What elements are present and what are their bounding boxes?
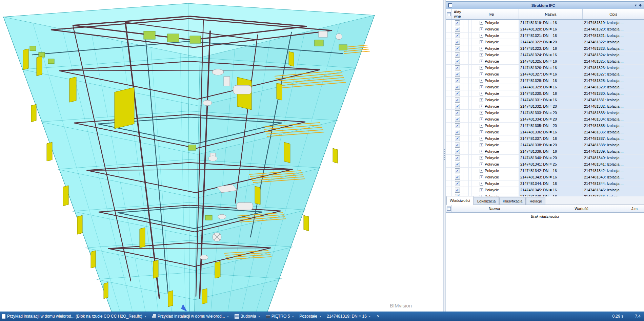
expand-icon[interactable]: + — [480, 111, 483, 115]
checkbox-checked-icon[interactable]: ✓ — [455, 143, 460, 148]
checkbox-checked-icon[interactable]: ✓ — [455, 168, 460, 173]
chevron-down-icon[interactable]: ▾ — [259, 315, 260, 318]
table-row[interactable]: ✓ + Pokrycie 2147481346: DN = 16 2147481… — [446, 193, 644, 196]
expand-icon[interactable]: + — [480, 21, 483, 25]
expand-icon[interactable]: + — [480, 27, 483, 31]
table-row[interactable]: ✓ + Pokrycie 2147481338: DN = 20 2147481… — [446, 142, 644, 148]
checkbox-checked-icon[interactable]: ✓ — [455, 65, 460, 70]
expand-icon[interactable]: + — [480, 60, 483, 63]
table-row[interactable]: ✓ + Pokrycie 2147481335: DN = 20 2147481… — [446, 123, 644, 129]
checkbox-checked-icon[interactable]: ✓ — [455, 162, 460, 167]
checkbox-checked-icon[interactable]: ✓ — [455, 104, 460, 109]
table-row[interactable]: ✓ + Pokrycie 2147481328: DN = 16 2147481… — [446, 78, 644, 84]
table-row[interactable]: ✓ + Pokrycie 2147481329: DN = 16 2147481… — [446, 84, 644, 90]
checkbox-checked-icon[interactable]: ✓ — [455, 130, 460, 135]
table-row[interactable]: ✓ + Pokrycie 2147481327: DN = 16 2147481… — [446, 71, 644, 78]
checkbox-checked-icon[interactable]: ✓ — [455, 52, 460, 58]
expand-icon[interactable]: + — [480, 175, 483, 179]
table-row[interactable]: ✓ + Pokrycie 2147481330: DN = 16 2147481… — [446, 90, 644, 97]
table-row[interactable]: ✓ + Pokrycie 2147481322: DN = 20 2147481… — [446, 39, 644, 45]
table-row[interactable]: ✓ + Pokrycie 2147481331: DN = 16 2147481… — [446, 97, 644, 103]
chevron-down-icon[interactable]: ▾ — [292, 315, 294, 318]
expand-icon[interactable]: + — [480, 150, 483, 153]
table-row[interactable]: ✓ + Pokrycie 2147481320: DN = 16 2147481… — [446, 26, 644, 33]
column-header-typ[interactable]: Typ — [463, 9, 519, 19]
expand-icon[interactable]: + — [480, 117, 483, 121]
breadcrumb-item[interactable]: Przykład instalacji w domu wielorod... (… — [2, 314, 146, 319]
checkbox-checked-icon[interactable]: ✓ — [455, 149, 460, 154]
expand-icon[interactable]: + — [480, 85, 483, 89]
expand-icon[interactable]: + — [480, 182, 483, 186]
checkbox-checked-icon[interactable]: ✓ — [455, 59, 460, 64]
table-row[interactable]: ✓ + Pokrycie 2147481345: DN = 16 2147481… — [446, 187, 644, 193]
table-row[interactable]: ✓ + Pokrycie 2147481344: DN = 16 2147481… — [446, 180, 644, 187]
expand-icon[interactable]: + — [480, 143, 483, 147]
expand-icon[interactable]: + — [480, 34, 483, 38]
checkbox-checked-icon[interactable]: ✓ — [455, 123, 460, 128]
expand-icon[interactable]: + — [480, 92, 483, 95]
expand-icon[interactable]: + — [480, 130, 483, 134]
checkbox-checked-icon[interactable]: ✓ — [455, 91, 460, 96]
breadcrumb-item[interactable]: Przykład instalacji w domu wielorod...▾ — [152, 314, 229, 319]
expand-icon[interactable]: + — [480, 72, 483, 76]
chevron-down-icon[interactable]: ▾ — [369, 315, 370, 318]
checkbox-checked-icon[interactable]: ✓ — [455, 155, 460, 160]
table-row[interactable]: ✓ + Pokrycie 2147481333: DN = 20 2147481… — [446, 110, 644, 116]
props-column-jm[interactable]: J.m. — [626, 205, 644, 212]
expand-icon[interactable]: + — [480, 79, 483, 83]
expand-icon[interactable]: + — [480, 188, 483, 192]
breadcrumb-item[interactable]: Budowla▾ — [235, 314, 260, 319]
checkbox-checked-icon[interactable]: ✓ — [455, 46, 460, 51]
checkbox-checked-icon[interactable]: ✓ — [455, 188, 460, 193]
table-row[interactable]: ✓ + Pokrycie 2147481323: DN = 16 2147481… — [446, 45, 644, 52]
checkbox-checked-icon[interactable]: ✓ — [455, 20, 460, 25]
chevron-down-icon[interactable]: ▾ — [145, 315, 146, 318]
checkbox-checked-icon[interactable]: ✓ — [455, 98, 460, 103]
expand-icon[interactable]: + — [480, 124, 483, 128]
checkbox-checked-icon[interactable]: ✓ — [455, 175, 460, 180]
table-row[interactable]: ✓ + Pokrycie 2147481342: DN = 16 2147481… — [446, 168, 644, 174]
props-column-nazwa[interactable]: Nazwa — [452, 205, 537, 212]
expand-icon[interactable]: + — [480, 47, 483, 50]
expand-icon[interactable]: + — [480, 105, 483, 108]
column-header-nazwa[interactable]: Nazwa — [519, 9, 583, 19]
chevron-down-icon[interactable]: ▾ — [320, 315, 321, 318]
table-row[interactable]: ✓ + Pokrycie 2147481337: DN = 16 2147481… — [446, 135, 644, 142]
tab-2[interactable]: Klasyfikacja — [499, 197, 526, 205]
props-column-wartosc[interactable]: Wartość — [537, 205, 626, 212]
expand-icon[interactable]: + — [480, 66, 483, 70]
3d-viewport[interactable]: BIMvision — [0, 0, 443, 312]
expand-icon[interactable]: + — [480, 137, 483, 141]
table-row[interactable]: ✓ + Pokrycie 2147481326: DN = 16 2147481… — [446, 65, 644, 71]
expand-icon[interactable]: + — [480, 40, 483, 44]
table-row[interactable]: ✓ + Pokrycie 2147481321: DN = 16 2147481… — [446, 33, 644, 39]
checkbox-checked-icon[interactable]: ✓ — [455, 40, 460, 45]
column-header-opis[interactable]: Opis — [583, 9, 644, 19]
panel-window-icon[interactable] — [448, 3, 452, 7]
checkbox-checked-icon[interactable]: ✓ — [455, 33, 460, 38]
table-row[interactable]: ✓ + Pokrycie 2147481325: DN = 16 2147481… — [446, 58, 644, 65]
table-row[interactable]: ✓ + Pokrycie 2147481340: DN = 20 2147481… — [446, 155, 644, 161]
table-row[interactable]: ✓ + Pokrycie 2147481343: DN = 16 2147481… — [446, 174, 644, 180]
table-row[interactable]: ✓ + Pokrycie 2147481319: DN = 16 2147481… — [446, 20, 644, 26]
checkbox-checked-icon[interactable]: ✓ — [455, 72, 460, 77]
column-header-active[interactable]: Akty wne — [452, 9, 463, 19]
breadcrumb-item[interactable]: Pozostałe▾ — [299, 314, 321, 319]
checkbox-checked-icon[interactable]: ✓ — [455, 78, 460, 83]
breadcrumb-item[interactable]: PIĘTRO 5▾ — [266, 314, 294, 319]
tab-3[interactable]: Relacje — [526, 197, 545, 205]
select-all-icon[interactable] — [447, 12, 451, 16]
table-row[interactable]: ✓ + Pokrycie 2147481339: DN = 16 2147481… — [446, 148, 644, 155]
table-row[interactable]: ✓ + Pokrycie 2147481334: DN = 20 2147481… — [446, 116, 644, 123]
checkbox-checked-icon[interactable]: ✓ — [455, 27, 460, 32]
expand-icon[interactable]: + — [480, 53, 483, 57]
expand-icon[interactable]: + — [480, 98, 483, 102]
checkbox-checked-icon[interactable]: ✓ — [455, 136, 460, 141]
breadcrumb-item[interactable]: 2147481319: DN = 16▾ — [327, 314, 370, 319]
checkbox-checked-icon[interactable]: ✓ — [455, 181, 460, 186]
panel-splitter[interactable] — [443, 0, 446, 312]
chevron-down-icon[interactable]: ▾ — [227, 315, 229, 318]
checkbox-checked-icon[interactable]: ✓ — [455, 85, 460, 90]
expand-icon[interactable]: + — [480, 169, 483, 173]
table-row[interactable]: ✓ + Pokrycie 2147481336: DN = 16 2147481… — [446, 129, 644, 135]
